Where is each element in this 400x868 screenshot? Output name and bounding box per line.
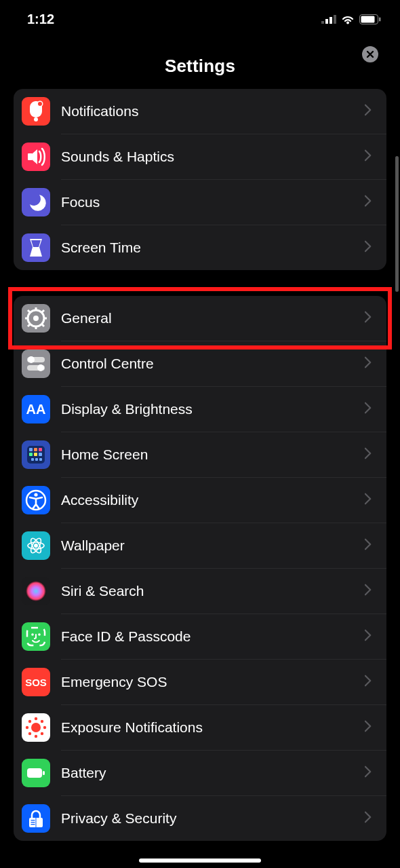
settings-row-label: Display & Brightness: [61, 401, 365, 417]
settings-row-label: Screen Time: [61, 240, 365, 256]
settings-row-label: Notifications: [61, 103, 365, 119]
chevron-right-icon: [365, 493, 377, 508]
sounds-icon: [22, 143, 50, 171]
faceid-icon: [22, 622, 50, 651]
svg-rect-6: [379, 17, 381, 21]
page-header: Settings: [0, 38, 400, 89]
close-icon: [366, 50, 374, 58]
settings-row-label: Siri & Search: [61, 583, 365, 599]
exposure-icon: [22, 713, 50, 742]
chevron-right-icon: [365, 538, 377, 553]
settings-row-label: Face ID & Passcode: [61, 628, 365, 645]
close-button[interactable]: [362, 46, 378, 62]
page-title: Settings: [0, 56, 400, 77]
settings-row-label: Home Screen: [61, 447, 365, 463]
svg-rect-1: [325, 19, 328, 24]
screentime-icon: [22, 233, 50, 262]
svg-rect-3: [334, 15, 336, 24]
battery-icon: [22, 759, 50, 787]
settings-row-controlcentre[interactable]: Control Centre: [14, 341, 386, 386]
status-time: 1:12: [27, 12, 54, 27]
wallpaper-icon: [22, 531, 50, 560]
chevron-right-icon: [365, 584, 377, 599]
cellular-icon: [321, 14, 336, 24]
svg-rect-5: [361, 16, 375, 22]
display-icon: [22, 395, 50, 423]
settings-group-2: General Control Centre Display & Brightn…: [14, 296, 386, 841]
settings-row-accessibility[interactable]: Accessibility: [14, 478, 386, 523]
home-indicator[interactable]: [139, 858, 261, 863]
scroll-indicator[interactable]: [395, 156, 399, 292]
settings-row-sounds[interactable]: Sounds & Haptics: [14, 134, 386, 179]
settings-row-label: Privacy & Security: [61, 810, 365, 827]
chevron-right-icon: [365, 720, 377, 735]
settings-row-screentime[interactable]: Screen Time: [14, 225, 386, 270]
settings-row-sos[interactable]: Emergency SOS: [14, 660, 386, 704]
settings-row-label: Battery: [61, 765, 365, 781]
chevron-right-icon: [365, 240, 377, 255]
settings-row-general[interactable]: General: [14, 296, 386, 341]
settings-row-faceid[interactable]: Face ID & Passcode: [14, 614, 386, 659]
chevron-right-icon: [365, 447, 377, 462]
settings-row-notifications[interactable]: Notifications: [14, 89, 386, 134]
chevron-right-icon: [365, 402, 377, 417]
notifications-icon: [22, 97, 50, 126]
controlcentre-icon: [22, 350, 50, 378]
wifi-icon: [340, 14, 355, 24]
device-frame: 1:12 Settings Notifications Sounds & Hap…: [0, 0, 400, 868]
svg-rect-2: [329, 17, 332, 24]
privacy-icon: [22, 804, 50, 833]
settings-row-label: General: [61, 310, 365, 326]
settings-row-label: Emergency SOS: [61, 674, 365, 690]
chevron-right-icon: [365, 311, 377, 326]
siri-icon: [22, 577, 50, 605]
settings-row-battery[interactable]: Battery: [14, 751, 386, 795]
chevron-right-icon: [365, 195, 377, 210]
chevron-right-icon: [365, 811, 377, 826]
general-icon: [22, 304, 50, 333]
settings-row-siri[interactable]: Siri & Search: [14, 569, 386, 614]
status-bar: 1:12: [0, 0, 400, 38]
settings-row-label: Wallpaper: [61, 537, 365, 554]
chevron-right-icon: [365, 766, 377, 780]
settings-row-privacy[interactable]: Privacy & Security: [14, 796, 386, 841]
chevron-right-icon: [365, 104, 377, 119]
settings-row-homescreen[interactable]: Home Screen: [14, 432, 386, 477]
settings-group-1: Notifications Sounds & Haptics Focus Scr…: [14, 89, 386, 270]
settings-row-focus[interactable]: Focus: [14, 180, 386, 225]
sos-icon: [22, 668, 50, 696]
settings-row-label: Focus: [61, 194, 365, 210]
homescreen-icon: [22, 440, 50, 469]
chevron-right-icon: [365, 629, 377, 644]
focus-icon: [22, 188, 50, 216]
settings-row-display[interactable]: Display & Brightness: [14, 387, 386, 432]
chevron-right-icon: [365, 675, 377, 690]
battery-icon: [359, 14, 381, 24]
chevron-right-icon: [365, 149, 377, 164]
accessibility-icon: [22, 486, 50, 514]
settings-row-label: Control Centre: [61, 356, 365, 372]
settings-row-label: Exposure Notifications: [61, 719, 365, 736]
settings-row-label: Sounds & Haptics: [61, 149, 365, 165]
settings-row-label: Accessibility: [61, 492, 365, 508]
settings-row-exposure[interactable]: Exposure Notifications: [14, 705, 386, 750]
chevron-right-icon: [365, 356, 377, 371]
settings-row-wallpaper[interactable]: Wallpaper: [14, 523, 386, 568]
status-indicators: [321, 14, 381, 24]
svg-rect-0: [321, 21, 324, 24]
